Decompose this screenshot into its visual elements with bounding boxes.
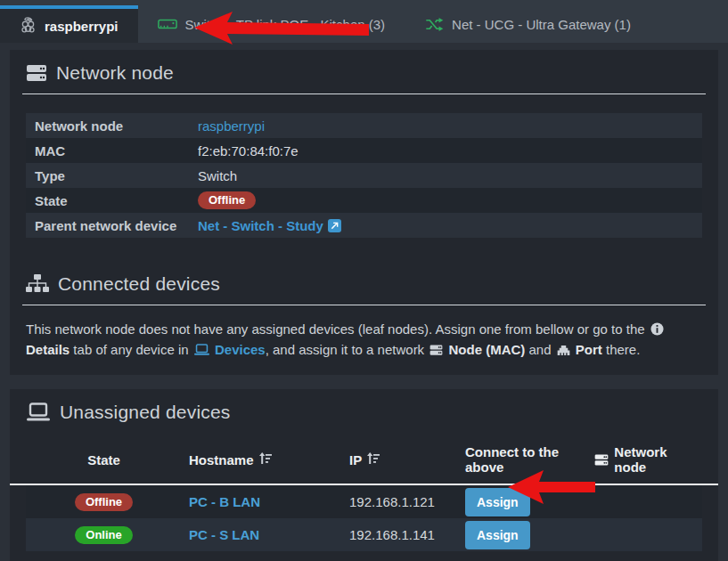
network-node-panel: Network node Network node raspberrypi MA… [10, 50, 718, 375]
header-label: Hostname [189, 452, 254, 467]
node-server-icon [429, 342, 443, 361]
tab-label: Switch - TP link POE - Kitchen (3) [185, 17, 386, 32]
header-state: State [26, 452, 182, 467]
sitemap-icon [26, 274, 49, 294]
row-label: MAC [35, 143, 198, 159]
tab-net-gateway[interactable]: Net - UCG - Ultra Gateway (1) [405, 5, 650, 43]
unassigned-devices-table: State Hostname IP [26, 439, 702, 551]
hostname-link[interactable]: PC - S LAN [189, 527, 259, 542]
tab-raspberrypi[interactable]: raspberrypi [0, 5, 138, 43]
header-label: Network node [614, 444, 695, 475]
heading-label: Unassigned devices [60, 402, 231, 423]
info-circle-icon [650, 321, 664, 340]
unassigned-devices-panel: Unassigned devices State Hostname IP [10, 389, 718, 561]
table-row-pc-s-lan: Online PC - S LAN 192.168.1.141 Assign [26, 518, 702, 551]
table-row-type: Type Switch [26, 163, 702, 188]
message-text: This network node does not have any assi… [26, 321, 649, 337]
details-label: Details [26, 342, 70, 357]
status-badge-online: Online [75, 526, 132, 544]
laptop-icon [26, 402, 51, 422]
type-value: Switch [198, 168, 237, 183]
message-text: and [525, 342, 554, 357]
parent-device-link[interactable]: Net - Switch - Study [198, 218, 341, 233]
divider [22, 94, 706, 94]
header-label: Connect to the above [465, 444, 589, 475]
row-label: State [35, 193, 198, 208]
header-connect: Connect to the above Network node [458, 444, 702, 475]
server-icon [594, 453, 609, 467]
header-hostname[interactable]: Hostname [182, 452, 342, 467]
status-badge-offline: Offline [198, 191, 256, 209]
table-body: Offline PC - B LAN 192.168.1.121 Assign … [26, 485, 702, 551]
ip-value: 192.168.1.141 [342, 527, 458, 542]
table-row-mac: MAC f2:eb:70:84:f0:7e [26, 138, 702, 163]
network-node-heading: Network node [26, 62, 702, 84]
unassigned-devices-heading: Unassigned devices [26, 402, 702, 423]
header-ip[interactable]: IP [342, 452, 458, 467]
raspberry-pi-icon [20, 16, 37, 36]
connected-devices-heading: Connected devices [26, 273, 702, 295]
table-header-row: State Hostname IP [26, 439, 702, 484]
header-label: IP [349, 452, 362, 467]
row-label: Network node [35, 118, 198, 134]
port-icon [557, 342, 570, 361]
assign-button[interactable]: Assign [465, 521, 530, 549]
tab-switch-kitchen[interactable]: Switch - TP link POE - Kitchen (3) [138, 5, 405, 43]
row-label: Type [35, 168, 198, 183]
no-assigned-devices-message: This network node does not have any assi… [26, 320, 702, 361]
row-label: Parent network device [35, 218, 198, 233]
table-row-state: State Offline [26, 188, 702, 213]
parent-device-label: Net - Switch - Study [198, 218, 323, 233]
node-mac-label: Node (MAC) [448, 342, 525, 357]
ip-value: 192.168.1.121 [342, 494, 458, 509]
external-link-icon [328, 219, 341, 232]
network-shuffle-icon [424, 16, 444, 33]
devices-laptop-icon [194, 342, 209, 361]
sort-icon [259, 452, 272, 467]
port-label: Port [576, 342, 602, 357]
heading-label: Connected devices [58, 273, 220, 295]
table-row-pc-b-lan: Offline PC - B LAN 192.168.1.121 Assign [26, 485, 702, 518]
message-text: , and assign it to a network [266, 342, 429, 357]
tab-label: raspberrypi [45, 19, 119, 34]
hostname-link[interactable]: PC - B LAN [189, 494, 260, 509]
tab-label: Net - UCG - Ultra Gateway (1) [452, 17, 631, 32]
assign-button[interactable]: Assign [465, 488, 530, 516]
message-text: there. [602, 342, 641, 357]
switch-icon [158, 16, 177, 32]
devices-link[interactable]: Devices [215, 342, 266, 357]
heading-label: Network node [56, 62, 174, 84]
table-row-parent: Parent network device Net - Switch - Stu… [26, 213, 702, 238]
mac-value: f2:eb:70:84:f0:7e [198, 143, 299, 159]
divider [22, 305, 706, 305]
network-node-info-table: Network node raspberrypi MAC f2:eb:70:84… [26, 113, 702, 238]
table-row-network-node: Network node raspberrypi [26, 113, 702, 138]
message-text: tab of any device in [70, 342, 192, 357]
server-icon [26, 63, 47, 83]
sort-icon [367, 452, 380, 467]
status-badge-offline: Offline [75, 493, 133, 511]
tab-bar: raspberrypi Switch - TP link POE - Kitch… [0, 0, 728, 43]
network-node-name-link[interactable]: raspberrypi [198, 118, 265, 134]
